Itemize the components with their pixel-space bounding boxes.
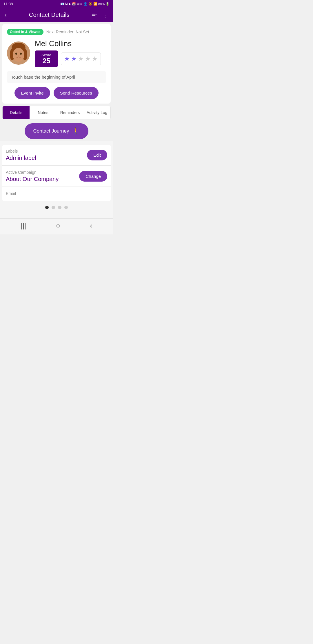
- dot-3[interactable]: [58, 206, 61, 209]
- avatar: [7, 41, 30, 65]
- campaign-value: About Our Company: [6, 176, 59, 182]
- score-rating: Score 25 ★ ★ ★ ★ ★: [35, 50, 106, 67]
- status-icons: 📧 M ▶ 📅 ✉ ∞ 👤 🔕 📶 80% 🔋: [60, 2, 110, 6]
- dot-4[interactable]: [64, 206, 68, 209]
- back-button[interactable]: ‹: [5, 12, 7, 18]
- status-time: 11:38: [3, 2, 13, 6]
- star-2[interactable]: ★: [71, 55, 77, 63]
- edit-button[interactable]: ✏: [92, 11, 97, 18]
- contact-name: Mel Collins: [35, 39, 106, 48]
- home-button[interactable]: ○: [56, 222, 60, 230]
- email-label: Email: [6, 191, 107, 196]
- star-1[interactable]: ★: [64, 55, 70, 63]
- labels-section: Labels Admin label Edit: [2, 145, 111, 166]
- page-dots: [2, 201, 111, 213]
- nav-bar: ||| ○ ‹: [0, 218, 113, 234]
- battery-level: 80%: [98, 2, 105, 6]
- avatar-svg: [7, 41, 30, 65]
- page-title: Contact Details: [29, 12, 70, 18]
- svg-point-5: [15, 53, 17, 55]
- dot-2[interactable]: [52, 206, 55, 209]
- tabs-container: Details Notes Reminders Activity Log: [2, 106, 111, 119]
- journey-label: Contact Journey: [33, 128, 69, 134]
- status-bar: 11:38 📧 M ▶ 📅 ✉ ∞ 👤 🔕 📶 80% 🔋: [0, 0, 113, 8]
- rating-box: ★ ★ ★ ★ ★: [61, 53, 101, 65]
- notification-icons: 📧 M ▶ 📅 ✉ ∞ 👤: [60, 2, 88, 6]
- connectivity-icons: 🔕 📶: [88, 2, 97, 6]
- score-box: Score 25: [35, 50, 58, 67]
- contact-card: Opted-in & Viewed Next Reminder: Not Set: [2, 24, 111, 104]
- labels-edit-button[interactable]: Edit: [87, 150, 107, 160]
- card-top: Opted-in & Viewed Next Reminder: Not Set: [7, 29, 106, 35]
- contact-info: Mel Collins Score 25 ★ ★ ★ ★ ★: [7, 39, 106, 67]
- opted-in-badge: Opted-in & Viewed: [7, 29, 43, 35]
- campaign-section: Active Campaign About Our Company Change: [2, 166, 111, 187]
- tab-details[interactable]: Details: [3, 106, 30, 119]
- svg-point-4: [13, 48, 24, 62]
- app-header: ‹ Contact Details ✏ ⋮: [0, 8, 113, 22]
- tab-reminders[interactable]: Reminders: [57, 106, 83, 119]
- contact-right: Mel Collins Score 25 ★ ★ ★ ★ ★: [35, 39, 106, 67]
- labels-info: Labels Admin label: [6, 149, 36, 161]
- email-section: Email: [2, 187, 111, 201]
- svg-point-6: [20, 53, 22, 55]
- journey-container: Contact Journey 🚶: [2, 123, 111, 139]
- contact-journey-button[interactable]: Contact Journey 🚶: [25, 123, 89, 139]
- labels-value: Admin label: [6, 155, 36, 161]
- tab-activity-log[interactable]: Activity Log: [83, 106, 110, 119]
- score-label: Score: [39, 53, 53, 57]
- campaign-info: Active Campaign About Our Company: [6, 170, 59, 182]
- send-resources-button[interactable]: Send Resources: [54, 87, 99, 99]
- reminder-text: Next Reminder: Not Set: [46, 30, 89, 34]
- svg-point-7: [18, 56, 19, 57]
- journey-icon: 🚶: [72, 127, 80, 135]
- star-5[interactable]: ★: [92, 55, 98, 63]
- dot-1[interactable]: [45, 206, 49, 209]
- tab-notes[interactable]: Notes: [30, 106, 57, 119]
- more-button[interactable]: ⋮: [103, 11, 108, 18]
- header-icons: ✏ ⋮: [92, 11, 108, 18]
- battery-icon: 🔋: [105, 2, 110, 6]
- action-buttons: Event Invite Send Resources: [7, 87, 106, 99]
- event-invite-button[interactable]: Event Invite: [14, 87, 50, 99]
- star-4[interactable]: ★: [85, 55, 91, 63]
- score-value: 25: [39, 57, 53, 65]
- recents-button[interactable]: |||: [21, 222, 26, 230]
- labels-label: Labels: [6, 149, 36, 153]
- contact-note: Touch base the beginning of April: [7, 71, 106, 83]
- star-3[interactable]: ★: [78, 55, 84, 63]
- campaign-change-button[interactable]: Change: [79, 171, 107, 182]
- back-nav-button[interactable]: ‹: [90, 222, 92, 230]
- details-body: Labels Admin label Edit Active Campaign …: [0, 141, 113, 218]
- campaign-label: Active Campaign: [6, 170, 59, 175]
